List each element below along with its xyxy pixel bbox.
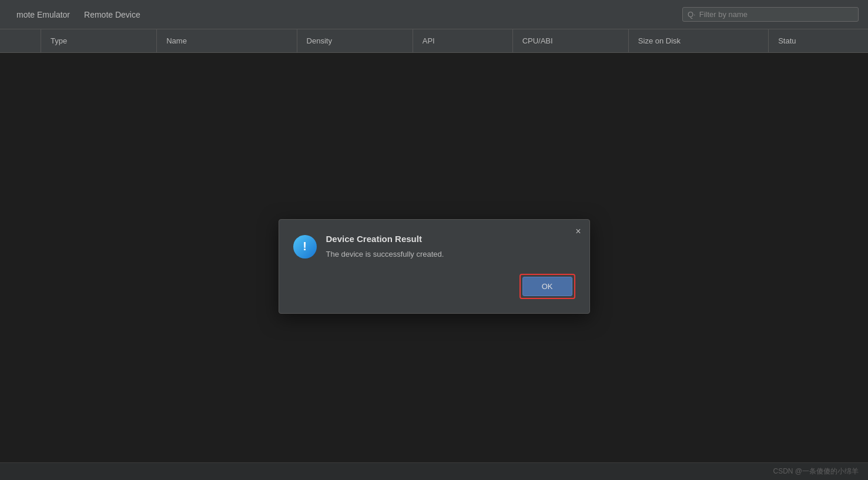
col-selector: [0, 29, 41, 52]
filter-input[interactable]: [699, 10, 853, 19]
search-icon: Q·: [688, 10, 696, 19]
col-header-cpu-abi[interactable]: CPU/ABI: [513, 29, 629, 52]
col-header-size-on-disk[interactable]: Size on Disk: [629, 29, 769, 52]
main-content: × ! Device Creation Result The device is…: [0, 53, 868, 480]
dialog-body: ! Device Creation Result The device is s…: [293, 234, 575, 260]
dialog: × ! Device Creation Result The device is…: [279, 219, 590, 314]
dialog-icon-wrapper: !: [293, 235, 317, 259]
nav-remote-device[interactable]: Remote Device: [77, 0, 148, 29]
dialog-message: The device is successfully created.: [326, 249, 575, 260]
ok-button-highlight: OK: [520, 274, 575, 299]
col-header-name[interactable]: Name: [157, 29, 297, 52]
filter-input-wrapper: Q·: [682, 7, 859, 22]
dialog-footer: OK: [293, 274, 575, 299]
col-header-api[interactable]: API: [413, 29, 513, 52]
table-header: Type Name Density API CPU/ABI Size on Di…: [0, 29, 868, 53]
top-nav: mote Emulator Remote Device Q·: [0, 0, 868, 29]
dialog-text: Device Creation Result The device is suc…: [326, 234, 575, 260]
col-header-status[interactable]: Statu: [769, 29, 868, 52]
modal-overlay: × ! Device Creation Result The device is…: [0, 53, 868, 480]
col-header-type[interactable]: Type: [41, 29, 157, 52]
exclamation-icon: !: [303, 240, 307, 253]
dialog-close-button[interactable]: ×: [575, 227, 581, 236]
col-header-density[interactable]: Density: [297, 29, 413, 52]
nav-remote-emulator[interactable]: mote Emulator: [9, 0, 77, 29]
dialog-title: Device Creation Result: [326, 234, 575, 244]
ok-button[interactable]: OK: [522, 277, 572, 296]
